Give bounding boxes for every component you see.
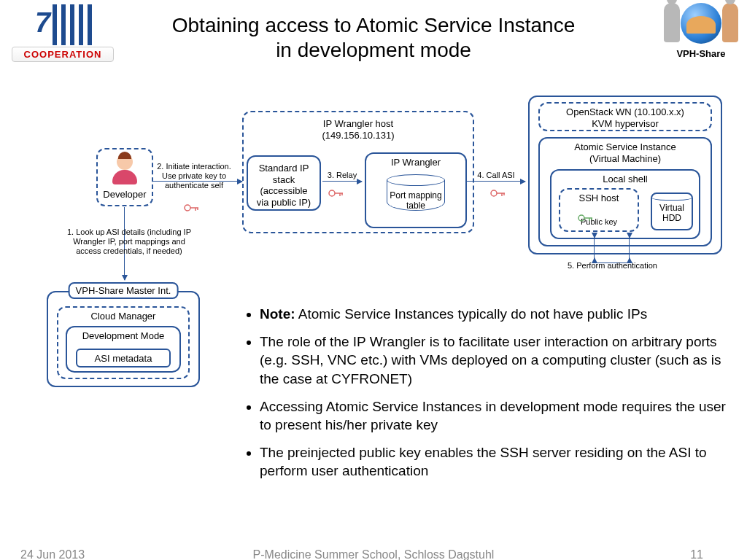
master-int-label: VPH-Share Master Int. (69, 282, 179, 299)
virtual-hdd-label: Virtual HDD (652, 200, 692, 227)
bullet-list: Note: Atomic Service Instances typically… (245, 305, 727, 489)
ssh-host-box: SSH host Public key (559, 188, 639, 232)
title-line2: in development mode (276, 39, 471, 61)
key-icon (490, 188, 506, 195)
arrow-step3 (322, 181, 362, 182)
ip-wrangler-label: IP Wrangler (366, 154, 465, 171)
key-icon-green (578, 213, 594, 220)
step2-label: 2. Initiate interaction. Use private key… (156, 162, 232, 191)
slide-title: Obtaining access to Atomic Service Insta… (0, 13, 747, 62)
ip-stack-label: Standard IP stack (accessible via public… (251, 160, 317, 211)
public-key-label: Public key (560, 217, 638, 226)
ip-wrangler-box: IP Wrangler Port mapping table (365, 152, 467, 228)
bullet-text: The preinjected public key enables the S… (260, 445, 707, 479)
step5-label: 5. Perform authentication (568, 261, 699, 271)
bullet-text: The role of the IP Wrangler is to facili… (260, 334, 721, 386)
svg-point-4 (329, 190, 335, 196)
step1-label: 1. Look up ASI details (including IP Wra… (67, 228, 191, 257)
port-mapping-cylinder: Port mapping table (387, 174, 445, 211)
openstack-header: OpenStack WN (10.100.x.x) KVM hypervisor (538, 102, 712, 131)
arrow-step5a (594, 233, 595, 262)
asi-metadata-label: ASI metadata (77, 350, 169, 368)
bullet-bold: Note: (260, 306, 295, 322)
bullet-item: Note: Atomic Service Instances typically… (260, 305, 727, 324)
arrow-step5b (629, 233, 630, 262)
bullet-item: The preinjected public key enables the S… (260, 443, 727, 481)
asi-label: Atomic Service Instance (Virtual Machine… (540, 139, 711, 167)
svg-point-12 (578, 215, 584, 221)
footer-center: P-Medicine Summer School, Schloss Dagstu… (0, 548, 747, 560)
wrangler-host-label: IP Wrangler host (149.156.10.131) (244, 115, 473, 144)
openstack-label: OpenStack WN (10.100.x.x) KVM hypervisor (540, 104, 711, 132)
key-icon (328, 188, 344, 195)
port-mapping-label: Port mapping table (387, 190, 445, 211)
bullet-item: The role of the IP Wrangler is to facili… (260, 332, 727, 389)
ip-stack-box: Standard IP stack (accessible via public… (247, 155, 321, 211)
virtual-hdd-box: Virtual HDD (651, 192, 693, 230)
ssh-host-label: SSH host (560, 190, 638, 207)
local-shell-label: Local shell (551, 171, 699, 188)
asi-metadata-box: ASI metadata (76, 349, 171, 368)
step3-label: 3. Relay (324, 171, 360, 180)
arrow-step4 (467, 181, 525, 182)
developer-icon (109, 154, 140, 184)
svg-point-8 (491, 190, 497, 196)
key-icon (184, 203, 200, 210)
title-line1: Obtaining access to Atomic Service Insta… (172, 14, 576, 36)
dev-mode-label: Development Mode (67, 327, 179, 345)
bullet-text: Atomic Service Instances typically do no… (295, 306, 648, 322)
bullet-item: Accessing Atomic Service Instances in de… (260, 397, 727, 435)
step4-label: 4. Call ASI (471, 171, 521, 180)
bullet-text: Accessing Atomic Service Instances in de… (260, 399, 726, 433)
svg-point-0 (185, 205, 190, 211)
footer-page: 11 (690, 548, 703, 560)
cloud-manager-label: Cloud Manager (58, 308, 188, 325)
developer-label: Developer (98, 186, 152, 203)
developer-box: Developer (96, 148, 153, 206)
